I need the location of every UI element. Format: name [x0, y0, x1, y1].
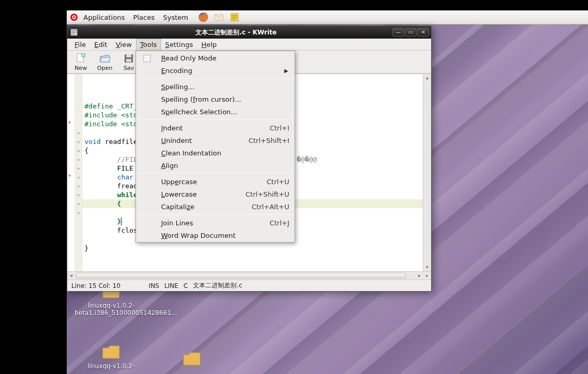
menu-separator [137, 119, 293, 120]
menu-file[interactable]: File [70, 39, 90, 50]
scroll-left-icon[interactable]: ◂ [67, 272, 75, 280]
menu-item-lowercase[interactable]: LowercaseCtrl+Shift+U [136, 188, 295, 200]
svg-point-4 [73, 16, 75, 18]
desktop-icon-label: linuxqq-v1.0.2-beta1.i386_51000005142866… [75, 302, 148, 317]
open-button[interactable]: Open [94, 53, 115, 71]
firefox-icon [198, 12, 209, 22]
minimize-button[interactable]: — [393, 28, 404, 37]
close-button[interactable]: ✕ [418, 28, 429, 37]
scroll-up-icon[interactable]: ▴ [423, 74, 431, 82]
notes-icon [229, 12, 240, 22]
menu-item-unindent[interactable]: UnindentCtrl+Shift+I [136, 134, 295, 147]
gutter-chevron-icon: » [77, 192, 80, 198]
submenu-arrow-icon: ▶ [284, 68, 288, 74]
gnome-panel: Applications Places System [67, 10, 588, 25]
menubar: File Edit View Tools Settings Help [67, 39, 431, 51]
menu-separator [137, 214, 293, 215]
distro-logo-icon [70, 13, 78, 21]
maximize-button[interactable]: ▭ [405, 28, 416, 37]
scroll-right-icon[interactable]: ▸ [415, 272, 423, 280]
window-title: 文本二进制差别.c - KWrite [81, 28, 391, 37]
desktop-icon-pkg2[interactable]: linuxqq-v1.0.2- [75, 343, 148, 370]
folder-icon [181, 349, 202, 367]
menu-item-capitalize[interactable]: CapitalizeCtrl+Alt+U [136, 200, 295, 213]
notes-launcher[interactable] [229, 11, 240, 23]
app-icon [70, 29, 78, 36]
gutter-chevron-icon: » [77, 130, 80, 136]
gutter-chevron-icon: » [77, 157, 80, 162]
status-filename: 文本二进制差别.c [193, 281, 242, 290]
open-label: Open [97, 65, 112, 71]
menu-separator [137, 173, 293, 174]
horizontal-scrollbar[interactable]: ◂ ▸ ▸ [67, 271, 431, 280]
scroll-down-icon[interactable]: ▾ [423, 263, 431, 271]
status-eol: LINE [164, 282, 178, 289]
statusbar: Line: 15 Col: 10 INS LINE C 文本二进制差别.c [67, 280, 431, 291]
desktop-icon-label: linuxqq-v1.0.2- [75, 363, 148, 370]
save-label: Sav [124, 65, 134, 71]
gutter-chevron-icon: » [77, 175, 80, 180]
mail-launcher[interactable] [213, 11, 225, 23]
gutter-chevron-icon: » [77, 148, 80, 153]
titlebar[interactable]: 文本二进制差别.c - KWrite — ▭ ✕ [67, 26, 431, 39]
gutter-chevron-icon: » [77, 184, 80, 189]
fold-marker-icon[interactable]: ▾ [68, 173, 71, 178]
vertical-scrollbar[interactable]: ▴ ▾ [423, 74, 431, 271]
tools-dropdown-menu: Read Only Mode Encoding▶ Spelling... Spe… [136, 51, 295, 243]
menu-item-readonly[interactable]: Read Only Mode [136, 52, 295, 64]
status-insert-mode: INS [149, 282, 159, 289]
menu-item-align[interactable]: Align [136, 159, 295, 172]
gutter-chevron-icon: » [77, 166, 80, 171]
menu-item-spelling[interactable]: Spelling... [136, 80, 295, 93]
menu-help[interactable]: Help [197, 39, 221, 50]
menu-item-clean-indentation[interactable]: Clean Indentation [136, 147, 295, 159]
black-border [0, 0, 67, 10]
gutter-chevron-icon: » [77, 139, 80, 144]
panel-applications[interactable]: Applications [79, 11, 129, 23]
gutter-chevron-icon: » [77, 201, 80, 207]
folder-icon [101, 343, 121, 360]
svg-rect-13 [126, 59, 131, 62]
menu-separator [137, 78, 293, 79]
hscroll-thumb[interactable] [76, 273, 406, 279]
mark-gutter: » » » » » » » » » » [75, 74, 82, 271]
menu-edit[interactable]: Edit [90, 39, 112, 50]
panel-system[interactable]: System [159, 11, 192, 23]
mail-icon [214, 12, 224, 22]
status-lang: C [183, 282, 188, 289]
gutter-chevron-icon: » [77, 210, 80, 215]
hscroll-track[interactable] [75, 272, 415, 280]
new-button[interactable]: New [70, 53, 91, 71]
new-label: New [75, 65, 87, 71]
status-position: Line: 15 Col: 10 [71, 282, 120, 289]
open-folder-icon [99, 53, 111, 64]
menu-item-word-wrap[interactable]: Word Wrap Document [136, 229, 295, 242]
menu-item-spellcheck-selection[interactable]: Spellcheck Selection... [136, 105, 295, 118]
menu-item-join-lines[interactable]: Join LinesCtrl+J [136, 216, 295, 229]
save-icon [123, 53, 134, 64]
firefox-launcher[interactable] [198, 11, 209, 23]
panel-places[interactable]: Places [129, 11, 158, 23]
menu-item-encoding[interactable]: Encoding▶ [136, 64, 295, 77]
fold-marker-icon[interactable]: ▾ [68, 119, 71, 125]
menu-tools[interactable]: Tools [136, 39, 161, 50]
new-file-icon [75, 53, 87, 64]
menu-item-uppercase[interactable]: UppercaseCtrl+U [136, 175, 295, 188]
scroll-right-end-icon[interactable]: ▸ [423, 272, 431, 280]
svg-rect-12 [126, 54, 131, 57]
desktop-icon-folder[interactable] [171, 349, 213, 369]
fold-gutter[interactable]: ▾ ▾ [67, 74, 75, 271]
menu-item-spelling-cursor[interactable]: Spelling (from cursor)... [136, 93, 295, 105]
menu-settings[interactable]: Settings [161, 39, 197, 50]
menu-item-indent[interactable]: IndentCtrl+I [136, 122, 295, 134]
menu-view[interactable]: View [112, 39, 136, 50]
